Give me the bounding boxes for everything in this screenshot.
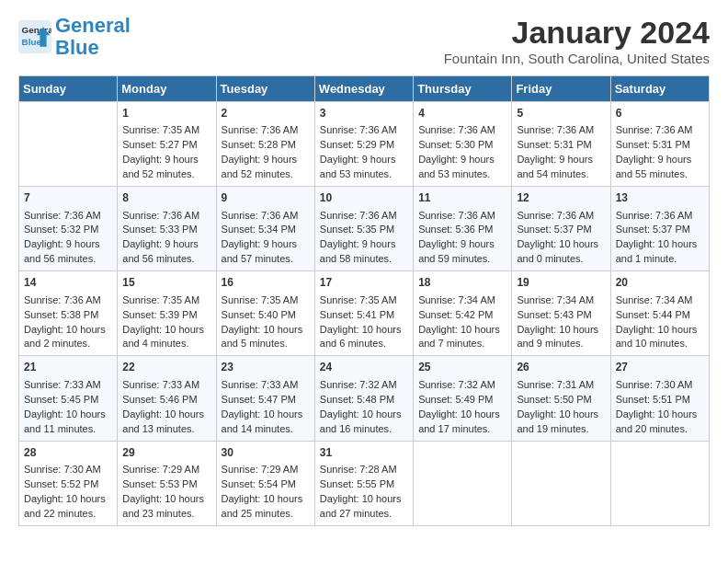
cell-info: Daylight: 10 hours bbox=[418, 323, 506, 338]
calendar-cell: 5Sunrise: 7:36 AMSunset: 5:31 PMDaylight… bbox=[512, 102, 610, 187]
cell-info: Sunset: 5:40 PM bbox=[222, 308, 310, 323]
calendar-cell bbox=[19, 102, 118, 187]
cell-info: Daylight: 9 hours bbox=[418, 153, 506, 167]
cell-info: Sunset: 5:55 PM bbox=[320, 477, 408, 492]
cell-info: Sunrise: 7:33 AM bbox=[24, 378, 112, 393]
cell-info: Sunset: 5:46 PM bbox=[122, 393, 210, 408]
cell-info: Sunrise: 7:33 AM bbox=[222, 378, 310, 393]
cell-info: Sunrise: 7:30 AM bbox=[616, 378, 704, 393]
day-number: 10 bbox=[320, 190, 408, 206]
day-number: 19 bbox=[517, 275, 605, 291]
cell-info: Sunrise: 7:28 AM bbox=[320, 463, 408, 477]
cell-info: Sunset: 5:50 PM bbox=[517, 393, 605, 408]
cell-info: Daylight: 10 hours bbox=[222, 323, 310, 338]
cell-info: Sunrise: 7:32 AM bbox=[320, 378, 408, 393]
day-number: 2 bbox=[222, 106, 310, 121]
cell-info: Sunrise: 7:35 AM bbox=[222, 293, 310, 308]
day-number: 27 bbox=[616, 360, 704, 375]
cell-info: Sunset: 5:42 PM bbox=[418, 308, 506, 323]
cell-info: and 6 minutes. bbox=[320, 337, 408, 351]
day-number: 29 bbox=[122, 445, 210, 461]
cell-info: Sunrise: 7:36 AM bbox=[418, 123, 506, 138]
column-header-sunday: Sunday bbox=[19, 76, 118, 102]
calendar-cell: 31Sunrise: 7:28 AMSunset: 5:55 PMDayligh… bbox=[314, 441, 413, 525]
calendar-cell: 15Sunrise: 7:35 AMSunset: 5:39 PMDayligh… bbox=[118, 271, 216, 356]
cell-info: Sunrise: 7:36 AM bbox=[418, 209, 506, 224]
cell-info: Sunset: 5:45 PM bbox=[24, 393, 112, 408]
day-number: 25 bbox=[418, 360, 506, 375]
calendar-cell: 30Sunrise: 7:29 AMSunset: 5:54 PMDayligh… bbox=[216, 441, 314, 525]
cell-info: and 22 minutes. bbox=[24, 507, 112, 522]
day-number: 12 bbox=[517, 190, 605, 206]
cell-info: Daylight: 10 hours bbox=[517, 237, 605, 252]
cell-info: Sunrise: 7:35 AM bbox=[122, 293, 210, 308]
calendar-cell: 29Sunrise: 7:29 AMSunset: 5:53 PMDayligh… bbox=[118, 441, 216, 525]
day-number: 1 bbox=[122, 106, 210, 121]
cell-info: Daylight: 10 hours bbox=[122, 323, 210, 338]
location-title: Fountain Inn, South Carolina, United Sta… bbox=[444, 51, 710, 66]
cell-info: Sunrise: 7:36 AM bbox=[616, 209, 704, 224]
day-number: 16 bbox=[222, 275, 310, 291]
day-number: 21 bbox=[24, 360, 112, 375]
cell-info: Sunrise: 7:36 AM bbox=[320, 123, 408, 138]
cell-info: Daylight: 9 hours bbox=[320, 237, 408, 252]
cell-info: and 9 minutes. bbox=[517, 337, 605, 351]
cell-info: Daylight: 10 hours bbox=[320, 492, 408, 507]
cell-info: Sunrise: 7:36 AM bbox=[222, 123, 310, 138]
cell-info: and 57 minutes. bbox=[222, 252, 310, 267]
cell-info: Sunrise: 7:34 AM bbox=[517, 293, 605, 308]
cell-info: Daylight: 10 hours bbox=[222, 492, 310, 507]
calendar-cell: 8Sunrise: 7:36 AMSunset: 5:33 PMDaylight… bbox=[118, 187, 216, 271]
calendar-cell: 1Sunrise: 7:35 AMSunset: 5:27 PMDaylight… bbox=[118, 102, 216, 187]
cell-info: Daylight: 9 hours bbox=[122, 237, 210, 252]
cell-info: Sunrise: 7:31 AM bbox=[517, 378, 605, 393]
calendar-cell: 20Sunrise: 7:34 AMSunset: 5:44 PMDayligh… bbox=[610, 271, 709, 356]
week-row-1: 1Sunrise: 7:35 AMSunset: 5:27 PMDaylight… bbox=[19, 102, 710, 187]
cell-info: Daylight: 10 hours bbox=[24, 492, 112, 507]
cell-info: Sunset: 5:38 PM bbox=[24, 308, 112, 323]
cell-info: Sunrise: 7:36 AM bbox=[616, 123, 704, 138]
cell-info: Daylight: 10 hours bbox=[24, 408, 112, 422]
cell-info: Sunrise: 7:36 AM bbox=[517, 209, 605, 224]
day-number: 4 bbox=[418, 106, 506, 121]
cell-info: and 53 minutes. bbox=[320, 167, 408, 182]
column-header-friday: Friday bbox=[512, 76, 610, 102]
day-number: 6 bbox=[616, 106, 704, 121]
cell-info: Sunrise: 7:36 AM bbox=[320, 209, 408, 224]
calendar-cell: 12Sunrise: 7:36 AMSunset: 5:37 PMDayligh… bbox=[512, 187, 610, 271]
cell-info: Sunrise: 7:36 AM bbox=[517, 123, 605, 138]
calendar-cell: 14Sunrise: 7:36 AMSunset: 5:38 PMDayligh… bbox=[19, 271, 118, 356]
cell-info: Sunset: 5:31 PM bbox=[517, 138, 605, 153]
day-number: 28 bbox=[24, 445, 112, 461]
cell-info: Daylight: 9 hours bbox=[24, 237, 112, 252]
day-number: 22 bbox=[122, 360, 210, 375]
calendar-cell: 24Sunrise: 7:32 AMSunset: 5:48 PMDayligh… bbox=[314, 356, 413, 441]
cell-info: Daylight: 10 hours bbox=[616, 237, 704, 252]
cell-info: Daylight: 9 hours bbox=[418, 237, 506, 252]
logo-icon: General Blue bbox=[18, 20, 51, 53]
logo-text: GeneralBlue bbox=[55, 15, 131, 59]
day-number: 20 bbox=[616, 275, 704, 291]
cell-info: Sunset: 5:51 PM bbox=[616, 393, 704, 408]
cell-info: and 19 minutes. bbox=[517, 422, 605, 437]
cell-info: and 2 minutes. bbox=[24, 337, 112, 351]
column-header-thursday: Thursday bbox=[414, 76, 512, 102]
cell-info: Sunset: 5:39 PM bbox=[122, 308, 210, 323]
day-number: 26 bbox=[517, 360, 605, 375]
cell-info: and 4 minutes. bbox=[122, 337, 210, 351]
cell-info: Sunrise: 7:36 AM bbox=[24, 209, 112, 224]
cell-info: Sunrise: 7:36 AM bbox=[24, 293, 112, 308]
calendar-cell: 17Sunrise: 7:35 AMSunset: 5:41 PMDayligh… bbox=[314, 271, 413, 356]
cell-info: Sunset: 5:44 PM bbox=[616, 308, 704, 323]
cell-info: Sunrise: 7:35 AM bbox=[122, 123, 210, 138]
calendar-cell: 9Sunrise: 7:36 AMSunset: 5:34 PMDaylight… bbox=[216, 187, 314, 271]
column-header-tuesday: Tuesday bbox=[216, 76, 314, 102]
day-number: 3 bbox=[320, 106, 408, 121]
cell-info: Sunrise: 7:29 AM bbox=[222, 463, 310, 477]
day-number: 31 bbox=[320, 445, 408, 461]
title-block: January 2024 Fountain Inn, South Carolin… bbox=[444, 15, 710, 66]
cell-info: Sunrise: 7:32 AM bbox=[418, 378, 506, 393]
cell-info: Sunrise: 7:34 AM bbox=[418, 293, 506, 308]
day-number: 9 bbox=[222, 190, 310, 206]
cell-info: Daylight: 10 hours bbox=[616, 323, 704, 338]
